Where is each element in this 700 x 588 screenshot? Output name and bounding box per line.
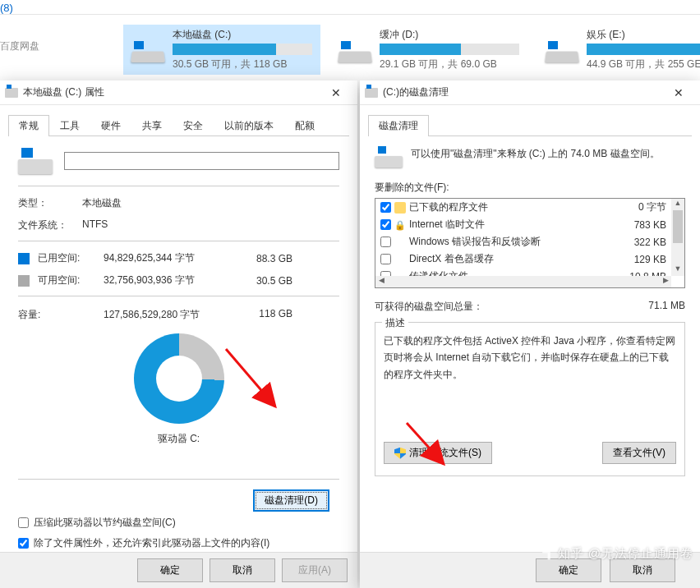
blank-icon bbox=[394, 254, 406, 265]
tab-6[interactable]: 配额 bbox=[284, 115, 325, 136]
drive-icon bbox=[338, 38, 371, 62]
scrollbar-horizontal[interactable]: ◀ ▶ bbox=[375, 276, 671, 287]
ok-button[interactable]: 确定 bbox=[536, 558, 601, 582]
disk-cleanup-dialog: (C:)的磁盘清理 ✕ 磁盘清理 可以使用"磁盘清理"来释放 (C:) 上的 7… bbox=[360, 80, 700, 588]
compress-checkbox[interactable] bbox=[18, 517, 29, 528]
label-free: 可用空间: bbox=[38, 273, 104, 287]
free-bytes: 32,756,903,936 字节 bbox=[104, 273, 235, 287]
used-bytes: 94,829,625,344 字节 bbox=[104, 251, 235, 265]
file-list-item[interactable]: 传递优化文件 10.8 MB bbox=[375, 268, 671, 276]
tab-3[interactable]: 共享 bbox=[131, 115, 173, 136]
drive-label: 驱动器 C: bbox=[18, 432, 339, 446]
compress-checkbox-row[interactable]: 压缩此驱动器以节约磁盘空间(C) bbox=[18, 516, 339, 530]
dialog-title: 本地磁盘 (C:) 属性 bbox=[23, 85, 320, 99]
ok-button[interactable]: 确定 bbox=[137, 558, 203, 582]
drive-icon bbox=[546, 38, 578, 62]
cleanup-system-files-label: 清理系统文件(S) bbox=[409, 446, 481, 460]
drive-usage-text: 44.9 GB 可用，共 255 GE bbox=[587, 57, 700, 71]
cleanup-intro-text: 可以使用"磁盘清理"来释放 (C:) 上的 74.0 MB 磁盘空间。 bbox=[411, 146, 660, 168]
file-name: DirectX 着色器缓存 bbox=[409, 252, 631, 266]
shield-icon bbox=[394, 448, 406, 459]
usage-donut-chart bbox=[134, 333, 224, 424]
drive-item[interactable]: 娱乐 (E:) 44.9 GB 可用，共 255 GE bbox=[537, 25, 700, 75]
cleanup-system-files-button[interactable]: 清理系统文件(S) bbox=[384, 442, 492, 464]
scroll-up-icon[interactable]: ▲ bbox=[671, 199, 684, 210]
drive-big-icon bbox=[18, 148, 53, 174]
label-filesystem: 文件系统： bbox=[18, 218, 82, 232]
gain-label: 可获得的磁盘空间总量： bbox=[375, 300, 648, 314]
divider bbox=[18, 296, 339, 296]
folder-icon bbox=[394, 202, 406, 214]
file-checkbox[interactable] bbox=[380, 254, 391, 264]
files-listbox[interactable]: 已下载的程序文件 0 字节 Internet 临时文件 783 KB Windo… bbox=[375, 198, 685, 288]
label-capacity: 容量: bbox=[18, 308, 104, 322]
files-to-delete-label: 要删除的文件(F): bbox=[375, 181, 685, 195]
drive-usage-bar bbox=[173, 44, 312, 55]
divider bbox=[18, 241, 339, 241]
close-button[interactable]: ✕ bbox=[320, 86, 352, 99]
tab-2[interactable]: 硬件 bbox=[90, 115, 131, 136]
file-name: 传递优化文件 bbox=[409, 269, 626, 276]
drive-usage-bar bbox=[587, 44, 700, 55]
close-button[interactable]: ✕ bbox=[662, 86, 695, 99]
file-checkbox[interactable] bbox=[380, 219, 391, 230]
tab-cleanup[interactable]: 磁盘清理 bbox=[368, 115, 429, 136]
device-count-label: (8) bbox=[0, 2, 13, 14]
lock-icon bbox=[394, 219, 406, 231]
drive-usage-text: 30.5 GB 可用，共 118 GB bbox=[173, 57, 312, 71]
view-files-button[interactable]: 查看文件(V) bbox=[602, 442, 676, 464]
file-size: 322 KB bbox=[634, 237, 666, 248]
divider bbox=[18, 186, 339, 186]
index-checkbox-row[interactable]: 除了文件属性外，还允许索引此驱动器上文件的内容(I) bbox=[18, 536, 339, 550]
drive-icon bbox=[5, 88, 18, 98]
cancel-button[interactable]: 取消 bbox=[610, 558, 675, 582]
scrollbar-vertical[interactable]: ▲ ▼ bbox=[671, 199, 684, 276]
file-list-item[interactable]: DirectX 着色器缓存 129 KB bbox=[375, 250, 671, 268]
volume-name-input[interactable] bbox=[64, 152, 339, 170]
value-type: 本地磁盘 bbox=[82, 196, 122, 210]
drive-item[interactable]: 本地磁盘 (C:) 30.5 GB 可用，共 118 GB bbox=[123, 25, 320, 75]
file-size: 0 字节 bbox=[638, 200, 666, 214]
scroll-left-icon[interactable]: ◀ bbox=[375, 276, 387, 284]
drive-item[interactable]: 缓冲 (D:) 29.1 GB 可用，共 69.0 GB bbox=[330, 25, 527, 75]
dialog-title: (C:)的磁盘清理 bbox=[383, 85, 662, 99]
used-gb: 88.3 GB bbox=[235, 253, 292, 264]
description-fieldset: 描述 已下载的程序文件包括 ActiveX 控件和 Java 小程序，你查看特定… bbox=[375, 322, 685, 476]
tab-0[interactable]: 常规 bbox=[8, 115, 49, 136]
capacity-gb: 118 GB bbox=[235, 308, 292, 322]
gain-value: 71.1 MB bbox=[648, 300, 685, 314]
label-type: 类型： bbox=[18, 196, 82, 210]
value-filesystem: NTFS bbox=[82, 218, 108, 232]
drive-icon bbox=[365, 88, 378, 98]
file-list-item[interactable]: Internet 临时文件 783 KB bbox=[375, 216, 671, 233]
scroll-right-icon[interactable]: ▶ bbox=[660, 276, 671, 284]
file-checkbox[interactable] bbox=[380, 237, 391, 247]
file-list-item[interactable]: 已下载的程序文件 0 字节 bbox=[375, 199, 671, 216]
drive-big-icon bbox=[375, 146, 403, 168]
index-label: 除了文件属性外，还允许索引此驱动器上文件的内容(I) bbox=[34, 536, 269, 550]
file-name: 已下载的程序文件 bbox=[409, 200, 635, 214]
properties-dialog: 本地磁盘 (C:) 属性 ✕ 常规工具硬件共享安全以前的版本配额 类型：本地磁盘… bbox=[0, 80, 357, 588]
file-list-item[interactable]: Windows 错误报告和反馈诊断 322 KB bbox=[375, 233, 671, 250]
capacity-bytes: 127,586,529,280 字节 bbox=[104, 308, 235, 322]
free-gb: 30.5 GB bbox=[235, 275, 292, 287]
file-checkbox[interactable] bbox=[380, 202, 391, 213]
tab-4[interactable]: 安全 bbox=[173, 115, 214, 136]
apply-button[interactable]: 应用(A) bbox=[282, 558, 348, 582]
tab-1[interactable]: 工具 bbox=[49, 115, 90, 136]
index-checkbox[interactable] bbox=[18, 538, 29, 549]
file-size: 129 KB bbox=[634, 254, 666, 265]
drive-usage-bar bbox=[380, 44, 519, 55]
drive-icon bbox=[131, 38, 164, 62]
divider bbox=[0, 14, 700, 15]
used-color-swatch bbox=[18, 253, 30, 264]
scroll-down-icon[interactable]: ▼ bbox=[671, 264, 684, 276]
disk-cleanup-button[interactable]: 磁盘清理(D) bbox=[253, 489, 329, 512]
cancel-button[interactable]: 取消 bbox=[210, 558, 275, 582]
drive-name: 缓冲 (D:) bbox=[380, 28, 519, 42]
compress-label: 压缩此驱动器以节约磁盘空间(C) bbox=[34, 516, 176, 530]
tab-5[interactable]: 以前的版本 bbox=[214, 115, 284, 136]
scroll-thumb[interactable] bbox=[673, 210, 683, 243]
blank-icon bbox=[394, 237, 406, 248]
description-text: 已下载的程序文件包括 ActiveX 控件和 Java 小程序，你查看特定网页时… bbox=[384, 333, 676, 383]
